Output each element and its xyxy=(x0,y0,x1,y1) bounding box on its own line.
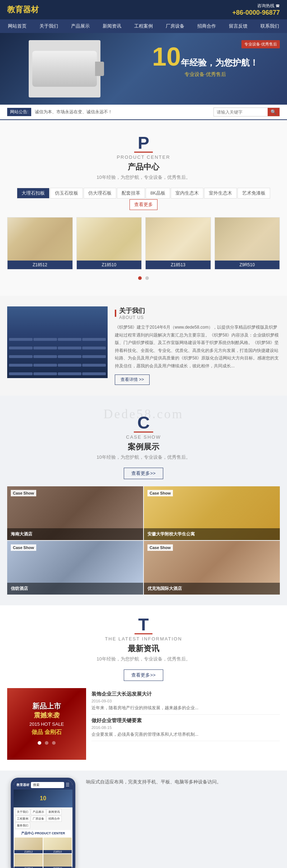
product-code-3: Z9R510 xyxy=(215,261,280,269)
phone-nav-4[interactable]: 厂房设备 xyxy=(31,816,46,822)
phone-nav-0[interactable]: 关于我们 xyxy=(15,809,30,815)
product-tab-5[interactable]: 室内生态木 xyxy=(171,188,203,199)
product-tab-4[interactable]: 8K晶板 xyxy=(146,188,170,199)
case-title-0: 海南大酒店 xyxy=(11,531,140,537)
nav-item-products[interactable]: 产品展示 xyxy=(65,19,96,33)
about-content: 关于我们 ABOUT US 《织梦58》建立于2014年6月（www.dede5… xyxy=(115,306,280,385)
banner-text: 10 年经验，为您护航！ 专业设备·优秀售后 xyxy=(152,44,258,78)
search-button[interactable]: 🔍 xyxy=(268,108,279,116)
phone-nav-2[interactable]: 新闻资讯 xyxy=(47,809,62,815)
product-image-2 xyxy=(146,218,211,261)
nav-item-partner[interactable]: 招商合作 xyxy=(191,19,222,33)
case-item-3[interactable]: Case Show 优克泡国际大酒店 xyxy=(144,541,280,595)
nav-item-home[interactable]: 网站首页 xyxy=(1,19,33,33)
product-item-0[interactable]: Z18512 xyxy=(7,217,73,270)
phone-menu-icon[interactable]: ☰ xyxy=(66,782,70,787)
phone-frame: 教育器材 搜索 ☰ 10 关于我们 产品展示 新闻资讯 工程案例 厂房设备 招商… xyxy=(11,778,75,868)
product-desc: 10年经验，为您护航，专业设备，优秀售后。 xyxy=(7,174,280,181)
news-en-title: THE LATEST INFORMATION xyxy=(7,636,280,642)
case-overlay-2: 信纺酒店 xyxy=(7,583,143,595)
phone-nav-1[interactable]: 产品展示 xyxy=(31,809,46,815)
phone-nav-3[interactable]: 工程案例 xyxy=(15,816,30,822)
case-overlay-1: 安徽大学附校大学生公寓 xyxy=(144,528,280,540)
news-banner-line1: 新品上市 xyxy=(29,701,64,711)
news-desc: 10年经验，为您护航，专业设备，优秀售后。 xyxy=(7,656,280,662)
about-section: 关于我们 ABOUT US 《织梦58》建立于2014年6月（www.dede5… xyxy=(0,296,287,396)
case-zh-title: 案例展示 xyxy=(7,442,280,452)
mobile-preview-desc: 响应式自适应布局，完美支持手机、平板、电脑等多种设备访问。 xyxy=(86,778,280,786)
banner-slogan: 年经验，为您护航！ xyxy=(181,57,258,68)
phone-products: Z18512 Z18510 Z18513 Z9R510 xyxy=(14,837,72,868)
news-more-wrapper: 查看更多>> xyxy=(7,669,280,681)
phone-header: 教育器材 搜索 ☰ xyxy=(14,781,72,790)
news-dot-2[interactable] xyxy=(52,741,56,745)
product-tab-7[interactable]: 艺术免漆板 xyxy=(237,188,270,199)
product-code-2: Z18513 xyxy=(146,261,211,269)
product-tab-6[interactable]: 室外生态木 xyxy=(204,188,237,199)
news-section: T THE LATEST INFORMATION 最新资讯 10年经验，为您护航… xyxy=(0,605,287,771)
nav-item-feedback[interactable]: 留言反馈 xyxy=(222,19,254,33)
case-item-1[interactable]: Case Show 安徽大学附校大学生公寓 xyxy=(144,486,280,540)
case-grid: Case Show 海南大酒店 Case Show 安徽大学附校大学生公寓 Ca… xyxy=(7,486,280,595)
case-overlay-0: 海南大酒店 xyxy=(7,528,143,540)
phone-search: 搜索 xyxy=(31,782,64,788)
news-dot-0[interactable] xyxy=(38,741,41,745)
phone-product-img-3 xyxy=(43,854,72,867)
phone-product-label-0: Z18512 xyxy=(14,850,43,853)
nav-item-about[interactable]: 关于我们 xyxy=(33,19,65,33)
nav-item-factory[interactable]: 厂房设备 xyxy=(159,19,191,33)
news-item-0[interactable]: 装饰企业三大长远发展大计 2016-09-03 近年来，随着房地产行业的持续发展… xyxy=(91,688,280,715)
nav-item-contact[interactable]: 联系我们 xyxy=(254,19,286,33)
product-grid: Z18512 Z18510 Z18513 Z9R510 xyxy=(7,217,280,270)
banner-year: 10 xyxy=(152,44,181,70)
search-box: 🔍 xyxy=(213,108,280,116)
phone-nav-mini: 关于我们 产品展示 新闻资讯 工程案例 厂房设备 招商合作 服务我们 xyxy=(14,807,72,830)
phone-product-img-2 xyxy=(14,854,43,867)
hotline: 咨询热线 ☎ +86-0000-96877 xyxy=(232,3,280,16)
news-item-title-1: 做好企业管理关键要素 xyxy=(91,717,280,724)
search-input[interactable] xyxy=(214,108,268,116)
product-carousel-dots xyxy=(7,275,280,281)
banner-projector-image xyxy=(29,40,100,97)
seat-row-5 xyxy=(7,369,108,378)
case-more-button[interactable]: 查看更多>> xyxy=(124,468,163,479)
seat-row-2 xyxy=(7,344,108,352)
dot-1[interactable] xyxy=(145,276,149,280)
news-more-button[interactable]: 查看更多>> xyxy=(124,669,163,681)
news-promo-banner: 新品上市 震撼来袭 2015 HOT SALE 做品 金刚石 xyxy=(7,688,86,760)
phone-product-3: Z9R510 xyxy=(43,854,72,868)
case-item-0[interactable]: Case Show 海南大酒店 xyxy=(7,486,143,540)
product-item-3[interactable]: Z9R510 xyxy=(215,217,280,270)
mobile-preview-section: 教育器材 搜索 ☰ 10 关于我们 产品展示 新闻资讯 工程案例 厂房设备 招商… xyxy=(0,771,287,868)
product-item-2[interactable]: Z18513 xyxy=(145,217,211,270)
about-more-button[interactable]: 查看详情 >> xyxy=(115,375,150,385)
product-tab-2[interactable]: 仿大理石板 xyxy=(84,188,116,199)
product-tab-more[interactable]: 查看更多 xyxy=(130,199,157,210)
product-image-1 xyxy=(77,218,142,261)
news-item-title-0: 装饰企业三大长远发展大计 xyxy=(91,691,280,697)
case-item-2[interactable]: Case Show 信纺酒店 xyxy=(7,541,143,595)
seat-row-3 xyxy=(7,352,108,361)
news-banner-line4: 做品 金刚石 xyxy=(29,729,64,736)
phone-product-label-2: Z18513 xyxy=(14,867,43,868)
product-section-title: P PRODUCT CENTER 产品中心 10年经验，为您护航，专业设备，优秀… xyxy=(7,134,280,181)
news-list: 装饰企业三大长远发展大计 2016-09-03 近年来，随着房地产行业的持续发展… xyxy=(91,688,280,760)
nav-item-news[interactable]: 新闻资讯 xyxy=(96,19,128,33)
phone-nav-5[interactable]: 招商合作 xyxy=(47,816,62,822)
product-tab-3[interactable]: 配套挂革 xyxy=(117,188,145,199)
nav-item-cases[interactable]: 工程案例 xyxy=(128,19,159,33)
about-image xyxy=(7,306,108,378)
product-tab-0[interactable]: 大理石扣板 xyxy=(17,188,50,199)
news-banner-line3: 2015 HOT SALE xyxy=(29,721,64,727)
product-tab-1[interactable]: 仿玉石纹板 xyxy=(50,188,83,199)
product-tabs: 大理石扣板 仿玉石纹板 仿大理石板 配套挂革 8K晶板 室内生态木 室外生态木 … xyxy=(7,188,280,210)
case-label-2: Case Show xyxy=(11,544,36,551)
phone-nav-6[interactable]: 服务我们 xyxy=(15,822,30,829)
product-item-1[interactable]: Z18510 xyxy=(76,217,142,270)
news-item-1[interactable]: 做好企业管理关键要素 2016-08-15 企业要发展，必须具备完善的管理体系和… xyxy=(91,715,280,741)
dot-0[interactable] xyxy=(138,276,142,280)
product-image-0 xyxy=(8,218,72,261)
phone-banner-mini: 10 xyxy=(14,790,72,807)
hotline-label: 咨询热线 ☎ xyxy=(232,3,280,9)
news-dot-1[interactable] xyxy=(45,741,48,745)
